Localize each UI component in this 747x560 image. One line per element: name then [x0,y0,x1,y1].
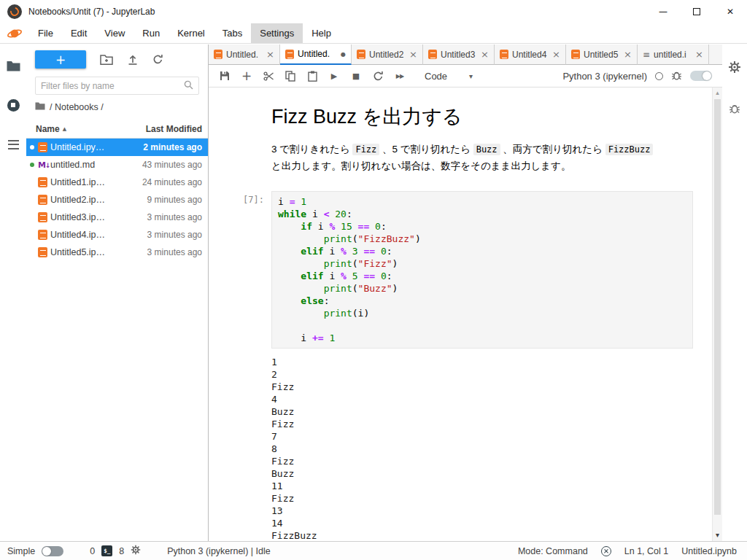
debugger-icon[interactable] [671,69,682,83]
scroll-up-icon[interactable]: ▴ [713,89,722,96]
close-tab-icon[interactable]: × [409,49,417,60]
terminals-count[interactable]: 0 [90,546,95,556]
file-name: Untitled5.ip… [50,247,147,257]
close-tab-icon[interactable]: × [552,49,560,60]
tab-untitled.i[interactable]: ≡untitled.i× [638,44,709,65]
stop-kernel-icon[interactable]: ■ [346,67,366,85]
property-inspector-icon[interactable] [726,59,743,75]
scrollbar-thumb[interactable] [714,99,721,515]
code-editor[interactable]: i = 1while i < 20: if i % 15 == 0: print… [271,191,693,349]
notebook-file-icon [38,142,50,152]
menu-run[interactable]: Run [133,23,169,43]
simple-mode-label[interactable]: Simple [7,546,35,556]
file-browser-toolbar: + [26,44,208,73]
simple-mode-toggle[interactable] [42,546,63,556]
toolbar-toggle[interactable] [690,71,712,81]
file-row[interactable]: Untitled5.ip…3 minutes ago [26,244,208,261]
tab-Untitled.[interactable]: Untitled.× [209,44,280,65]
tab-label: Untitled3 [441,50,477,60]
kernels-count[interactable]: 8 [119,546,124,556]
file-name: Untitled4.ip… [50,230,147,240]
markdown-cell[interactable]: Fizz Buzz を出力する 3 で割りきれたら Fizz 、5 で割り切れた… [209,105,712,175]
close-tab-icon[interactable]: × [481,49,489,60]
file-modified: 24 minutes ago [142,177,202,187]
modified-column-header[interactable]: Last Modified [146,124,202,134]
unsaved-dot-icon: ● [341,51,346,58]
menu-settings[interactable]: Settings [251,23,303,43]
inline-code: FizzBuzz [605,144,654,155]
close-button[interactable]: ✕ [713,0,747,23]
tabbar-filler [709,44,722,65]
minimize-button[interactable]: — [646,0,680,23]
breadcrumb[interactable]: / Notebooks / [26,95,208,115]
scroll-down-icon[interactable]: ▾ [713,531,722,539]
close-tab-icon[interactable]: × [266,49,274,60]
restart-run-all-icon[interactable]: ▶▶ [390,67,410,85]
running-sessions-icon[interactable] [4,97,22,113]
markdown-file-icon: M↓ [38,160,50,170]
new-folder-icon[interactable] [100,54,113,65]
paste-cells-icon[interactable] [302,67,322,85]
menu-tabs[interactable]: Tabs [214,23,251,43]
notebook-area: Fizz Buzz を出力する 3 で割りきれたら Fizz 、5 で割り切れた… [209,88,722,541]
tab-Untitled4[interactable]: Untitled4× [495,44,566,65]
file-row[interactable]: Untitled1.ip…24 minutes ago [26,174,208,191]
maximize-button[interactable] [680,0,713,23]
command-mode-indicator[interactable]: Mode: Command [518,546,588,556]
run-cell-icon[interactable]: ▶ [324,67,344,85]
sort-ascending-icon: ▲ [63,126,66,132]
tab-Untitled3[interactable]: Untitled3× [423,44,495,65]
file-row[interactable]: M↓untitled.md43 minutes ago [26,156,208,174]
toggle-knob [42,547,51,556]
file-row[interactable]: Untitled.ipy…2 minutes ago [26,139,208,156]
menu-kernel[interactable]: Kernel [169,23,214,43]
current-file-label: Untitled.ipynb [681,546,737,556]
refresh-icon[interactable] [152,54,163,65]
main-area: + / Notebooks / Name [0,44,747,541]
notebook-scrollbar[interactable]: ▴ ▾ [712,88,722,541]
tab-Untitled5[interactable]: Untitled5× [566,44,638,65]
tabbar-tabs: Untitled.×Untitled.●Untitled2×Untitled3×… [209,44,722,65]
tab-Untitled2[interactable]: Untitled2× [352,44,423,65]
save-icon[interactable] [214,67,235,85]
maximize-icon [693,8,700,15]
menu-view[interactable]: View [96,23,133,43]
tab-Untitled.[interactable]: Untitled.● [280,44,352,65]
kernel-name[interactable]: Python 3 (ipykernel) [562,71,647,82]
kernel-status-text[interactable]: Python 3 (ipykernel) | Idle [167,546,271,556]
cell-type-dropdown[interactable]: Code ▾ [420,69,477,83]
file-row[interactable]: Untitled3.ip…3 minutes ago [26,209,208,226]
file-browser-panel: + / Notebooks / Name [26,44,209,541]
kernel-status-icon[interactable] [655,72,663,80]
notebook-file-icon [38,177,50,187]
cut-cells-icon[interactable] [258,67,279,85]
notebook-file-icon [38,247,50,257]
menu-help[interactable]: Help [303,23,340,43]
notebook-icon [500,50,508,59]
open-indicator [30,163,38,167]
cursor-position[interactable]: Ln 1, Col 1 [624,546,668,556]
new-launcher-button[interactable]: + [35,50,86,69]
add-cell-icon[interactable]: + [236,67,257,85]
debugger-sidebar-icon[interactable] [726,100,743,116]
copy-cells-icon[interactable] [280,67,301,85]
file-modified: 3 minutes ago [147,247,202,257]
tab-label: Untitled2 [369,50,406,60]
menu-edit[interactable]: Edit [62,23,96,43]
code-cell[interactable]: [7]: i = 1while i < 20: if i % 15 == 0: … [209,191,712,349]
restart-kernel-icon[interactable] [368,67,388,85]
close-tab-icon[interactable]: × [624,49,632,60]
running-dot-icon [30,163,34,167]
filter-files-input[interactable] [41,81,184,91]
file-browser-icon[interactable] [4,58,22,74]
output-prompt [209,356,271,541]
upload-icon[interactable] [127,54,139,65]
menu-file[interactable]: File [29,23,62,43]
file-row[interactable]: Untitled2.ip…9 minutes ago [26,191,208,209]
name-column-header[interactable]: Name ▲ [36,124,146,134]
markdown-icon: ≡ [643,50,650,60]
file-row[interactable]: Untitled4.ip…3 minutes ago [26,226,208,244]
accessibility-icon[interactable] [601,546,611,556]
close-tab-icon[interactable]: × [695,49,703,60]
table-of-contents-icon[interactable] [4,136,22,152]
